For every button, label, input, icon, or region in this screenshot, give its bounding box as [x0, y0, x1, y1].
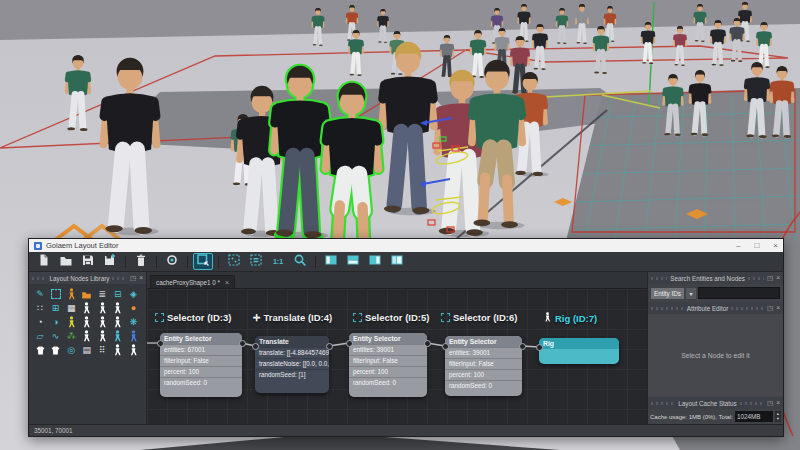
toolbar-layout-panel-left-button[interactable]: [321, 253, 341, 270]
library-node-icon-17[interactable]: [81, 316, 93, 328]
library-node-icon-7[interactable]: ∷: [34, 302, 46, 314]
library-node-icon-3[interactable]: [81, 288, 93, 300]
node-selector-6[interactable]: Entity Selectorentities: 39001filterInpu…: [445, 336, 522, 396]
library-node-icon-34[interactable]: [127, 344, 139, 356]
entity-filter-dropdown[interactable]: Entity IDs: [651, 288, 684, 299]
library-node-icon-5[interactable]: ⊟: [112, 288, 124, 300]
drag-handle-dots[interactable]: [651, 277, 667, 280]
close-icon[interactable]: ×: [776, 275, 780, 282]
library-node-icon-2[interactable]: [65, 288, 77, 300]
node-port[interactable]: [239, 340, 246, 347]
node-port[interactable]: [252, 343, 259, 350]
library-node-icon-30[interactable]: ◎: [65, 344, 77, 356]
node-port[interactable]: [536, 344, 543, 351]
close-icon[interactable]: ×: [776, 400, 780, 407]
node-selector-3[interactable]: Entity Selectorentities: 67001filterInpu…: [160, 333, 242, 397]
tab-label: cacheProxyShape1 0 *: [156, 279, 220, 286]
drag-handle-dots[interactable]: [112, 277, 127, 280]
library-node-icon-20[interactable]: ❋: [127, 316, 139, 328]
toolbar-new-file-button[interactable]: [34, 253, 54, 270]
node-rig-7[interactable]: Rig: [539, 338, 619, 364]
tab-close-icon[interactable]: ×: [225, 279, 229, 286]
library-node-icon-11[interactable]: [96, 302, 108, 314]
window-titlebar[interactable]: Golaem Layout Editor – □ ×: [29, 239, 783, 252]
drag-handle-dots[interactable]: [32, 277, 47, 280]
node-port[interactable]: [442, 343, 449, 350]
toolbar-layout-panel-full-button[interactable]: [387, 253, 407, 270]
close-icon[interactable]: ×: [776, 305, 780, 312]
library-node-icon-23[interactable]: ⁂: [65, 330, 77, 342]
library-node-icon-9[interactable]: ▦: [65, 302, 77, 314]
library-node-icon-21[interactable]: ▱: [34, 330, 46, 342]
minimize-button[interactable]: –: [736, 242, 740, 250]
library-node-icon-4[interactable]: ≣: [96, 288, 108, 300]
library-node-icon-12[interactable]: [112, 302, 124, 314]
node-port[interactable]: [157, 340, 164, 347]
library-node-icon-14[interactable]: ◔: [34, 316, 46, 328]
library-node-icon-18[interactable]: [96, 316, 108, 328]
node-attribute-row: translateNoise: [[0.0, 0.0, 0.0: [255, 358, 329, 369]
library-node-icon-25[interactable]: [96, 330, 108, 342]
cache-total-input[interactable]: 1024MB: [735, 411, 773, 422]
chevron-down-icon[interactable]: ▾: [686, 288, 696, 299]
toolbar-save-as-button[interactable]: [100, 253, 120, 270]
open-file-icon: [59, 253, 73, 271]
library-node-icon-22[interactable]: ∿: [50, 330, 62, 342]
node-port[interactable]: [424, 340, 431, 347]
library-node-icon-13[interactable]: ●: [127, 302, 139, 314]
toolbar-display-settings-button[interactable]: [162, 253, 182, 270]
library-node-icon-8[interactable]: ⊞: [50, 302, 62, 314]
node-port[interactable]: [326, 343, 333, 350]
toolbar-open-file-button[interactable]: [56, 253, 76, 270]
toolbar-separator: [187, 256, 188, 268]
drag-handle-dots[interactable]: [731, 307, 764, 310]
node-translate-4[interactable]: Translatetranslate: [[-4.8844574699trans…: [255, 336, 329, 393]
library-node-icon-16[interactable]: [65, 316, 77, 328]
library-node-icon-31[interactable]: ▤: [81, 344, 93, 356]
library-node-icon-28[interactable]: [34, 344, 46, 356]
close-icon[interactable]: ×: [139, 275, 143, 282]
node-port[interactable]: [346, 340, 353, 347]
spinner-down-icon[interactable]: ▾: [777, 417, 779, 422]
library-node-icon-33[interactable]: [112, 344, 124, 356]
library-node-icon-32[interactable]: ⠿: [96, 344, 108, 356]
undock-icon[interactable]: ◳: [767, 275, 773, 282]
library-node-icon-29[interactable]: [50, 344, 62, 356]
node-attribute-row: randomSeed: 0: [445, 380, 522, 391]
search-input[interactable]: [698, 287, 780, 299]
undock-icon[interactable]: ◳: [130, 275, 136, 282]
layout-panel-bottom-icon: [346, 253, 360, 271]
drag-handle-dots[interactable]: [651, 402, 675, 405]
toolbar-delete-button[interactable]: [131, 253, 151, 270]
drag-handle-dots[interactable]: [651, 307, 684, 310]
toolbar-layout-panel-bottom-button[interactable]: [343, 253, 363, 270]
library-node-icon-6[interactable]: ◈: [127, 288, 139, 300]
library-node-icon-1[interactable]: [50, 288, 62, 300]
drag-handle-dots[interactable]: [748, 277, 764, 280]
library-node-icon-27[interactable]: [127, 330, 139, 342]
toolbar-save-button[interactable]: [78, 253, 98, 270]
node-title-translate-4: ✛Translate (ID:4): [253, 312, 332, 323]
toolbar-frame-selected-button[interactable]: [246, 253, 266, 270]
node-port[interactable]: [519, 343, 526, 350]
undock-icon[interactable]: ◳: [767, 400, 773, 407]
toolbar-frame-all-button[interactable]: [224, 253, 244, 270]
node-selector-5[interactable]: Entity Selectorentities: 39001filterInpu…: [349, 333, 427, 397]
library-node-icon-15[interactable]: ◑: [50, 316, 62, 328]
node-graph-canvas[interactable]: Selector (ID:3)Entity Selectorentities: …: [147, 289, 647, 424]
library-node-icon-26[interactable]: [112, 330, 124, 342]
undock-icon[interactable]: ◳: [767, 305, 773, 312]
close-button[interactable]: ×: [773, 242, 778, 250]
tab-cacheproxyshape1[interactable]: cacheProxyShape1 0 * ×: [150, 275, 235, 288]
toolbar-search-button[interactable]: [290, 253, 310, 270]
library-node-icon-0[interactable]: ✎: [34, 288, 46, 300]
library-node-icon-10[interactable]: [81, 302, 93, 314]
maximize-button[interactable]: □: [754, 242, 759, 250]
spinner-control[interactable]: ▴ ▾: [775, 411, 781, 422]
library-node-icon-24[interactable]: [81, 330, 93, 342]
toolbar-layout-panel-right-button[interactable]: [365, 253, 385, 270]
toolbar-zoom-1-1-button[interactable]: 1:1: [268, 253, 288, 270]
library-node-icon-19[interactable]: [112, 316, 124, 328]
drag-handle-dots[interactable]: [740, 402, 764, 405]
toolbar-select-tool-button[interactable]: [193, 253, 213, 270]
